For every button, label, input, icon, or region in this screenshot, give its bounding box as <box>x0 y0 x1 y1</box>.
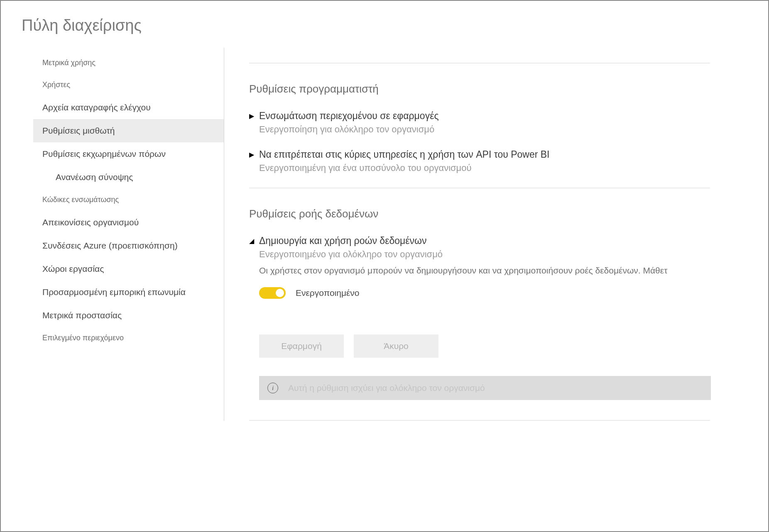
info-icon: i <box>267 383 278 393</box>
info-bar: i Αυτή η ρύθμιση ισχύει για ολόκληρο τον… <box>259 376 711 400</box>
button-row: Εφαρμογή Άκυρο <box>259 334 768 358</box>
divider <box>249 420 710 421</box>
divider <box>249 63 710 63</box>
apply-button[interactable]: Εφαρμογή <box>259 334 344 358</box>
content-wrap: Μετρικά χρήσης Χρήστες Αρχεία καταγραφής… <box>1 48 768 421</box>
setting-title: Δημιουργία και χρήση ροών δεδομένων <box>259 235 768 246</box>
setting-service-principals: ▶ Να επιτρέπεται στις κύριες υπηρεσίες η… <box>249 149 768 173</box>
main-content: Ρυθμίσεις προγραμματιστή ▶ Ενσωμάτωση πε… <box>224 48 768 421</box>
expand-icon[interactable]: ▶ <box>249 110 259 120</box>
page-header: Πύλη διαχείρισης <box>1 1 768 48</box>
setting-subtitle: Ενεργοποιημένη για ένα υποσύνολο του οργ… <box>259 163 768 173</box>
setting-texts: Ενσωμάτωση περιεχομένου σε εφαρμογές Ενε… <box>259 110 768 135</box>
collapse-icon[interactable]: ◢ <box>249 235 259 245</box>
dataflow-settings-title: Ρυθμίσεις ροής δεδομένων <box>249 207 768 220</box>
divider <box>249 188 710 188</box>
sidebar-item-capacity-settings[interactable]: Ρυθμίσεις εκχωρημένων πόρων <box>33 142 224 166</box>
enabled-toggle[interactable] <box>259 287 286 299</box>
toggle-label: Ενεργοποιημένο <box>296 288 360 298</box>
sidebar-item-audit-logs[interactable]: Αρχεία καταγραφής ελέγχου <box>33 96 224 119</box>
sidebar-item-usage-metrics[interactable]: Μετρικά χρήσης <box>33 52 224 74</box>
sidebar-item-tenant-settings[interactable]: Ρυθμίσεις μισθωτή <box>33 119 224 142</box>
setting-dataflow-creation: ◢ Δημιουργία και χρήση ροών δεδομένων Εν… <box>249 235 768 400</box>
sidebar-item-workspaces[interactable]: Χώροι εργασίας <box>33 257 224 281</box>
sidebar-item-embed-codes[interactable]: Κώδικες ενσωμάτωσης <box>33 189 224 211</box>
setting-embed-content: ▶ Ενσωμάτωση περιεχομένου σε εφαρμογές Ε… <box>249 110 768 135</box>
setting-subtitle: Ενεργοποίηση για ολόκληρο τον οργανισμό <box>259 124 768 135</box>
setting-title: Ενσωμάτωση περιεχομένου σε εφαρμογές <box>259 110 768 122</box>
expand-icon[interactable]: ▶ <box>249 149 259 159</box>
setting-texts: Δημιουργία και χρήση ροών δεδομένων Ενερ… <box>259 235 768 400</box>
sidebar-item-protection-metrics[interactable]: Μετρικά προστασίας <box>33 304 224 327</box>
page-title: Πύλη διαχείρισης <box>22 17 768 34</box>
sidebar-item-org-visuals[interactable]: Απεικονίσεις οργανισμού <box>33 211 224 234</box>
developer-settings-title: Ρυθμίσεις προγραμματιστή <box>249 83 768 95</box>
setting-subtitle: Ενεργοποιημένο για ολόκληρο τον οργανισμ… <box>259 249 768 260</box>
toggle-knob <box>276 289 284 297</box>
sidebar-item-custom-branding[interactable]: Προσαρμοσμένη εμπορική επωνυμία <box>33 281 224 304</box>
cancel-button[interactable]: Άκυρο <box>354 334 438 358</box>
setting-title: Να επιτρέπεται στις κύριες υπηρεσίες η χ… <box>259 149 768 160</box>
sidebar-item-azure-connections[interactable]: Συνδέσεις Azure (προεπισκόπηση) <box>33 234 224 257</box>
sidebar: Μετρικά χρήσης Χρήστες Αρχεία καταγραφής… <box>33 48 224 421</box>
sidebar-item-featured-content[interactable]: Επιλεγμένο περιεχόμενο <box>33 327 224 349</box>
setting-description: Οι χρήστες στον οργανισμό μπορούν να δημ… <box>259 266 768 276</box>
toggle-row: Ενεργοποιημένο <box>259 287 768 299</box>
info-text: Αυτή η ρύθμιση ισχύει για ολόκληρο τον ο… <box>288 383 485 393</box>
sidebar-item-users[interactable]: Χρήστες <box>33 74 224 96</box>
setting-texts: Να επιτρέπεται στις κύριες υπηρεσίες η χ… <box>259 149 768 173</box>
sidebar-item-refresh-summary[interactable]: Ανανέωση σύνοψης <box>33 166 224 189</box>
